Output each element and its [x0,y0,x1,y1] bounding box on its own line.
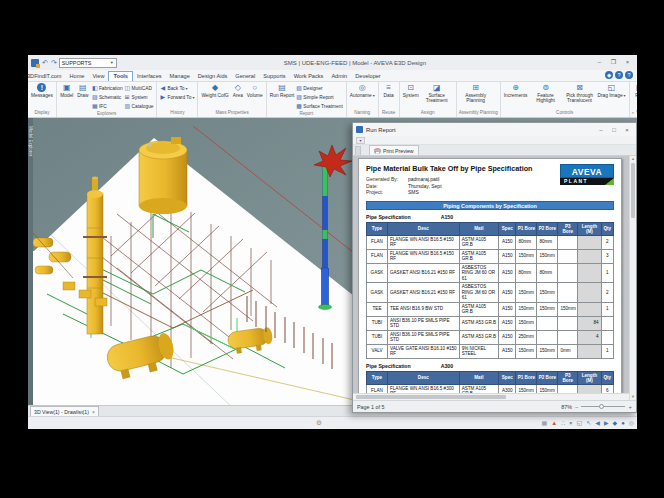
ribbon-group-label: Mass Properties [200,109,263,117]
window-control-1[interactable]: ❐ [607,57,620,68]
close-icon[interactable]: × [92,409,95,415]
vertical-scrollbar[interactable]: ▲ ▼ [629,156,636,400]
zoom-slider[interactable] [581,406,625,407]
print-preview-area: Pipe Material Bulk Take Off by Pipe Spec… [353,156,636,400]
view-tab-3d[interactable]: 3D View(1) - Drawlist(1) × [30,406,99,416]
ribbon-button-fabrication[interactable]: ◧Fabrication [92,84,123,92]
ribbon-button-forward-to[interactable]: ▶Forward To▾ [160,93,194,101]
ribbon-button-draw[interactable]: ▤Draw [75,83,91,98]
ribbon-tab-design-aids[interactable]: Design Aids [194,72,232,81]
ribbon-button-designer[interactable]: ▧Designer [296,84,342,92]
run-icon: ▶ [636,83,637,92]
statusbar-icon-7[interactable]: ▶ [604,420,609,427]
ribbon-button-multicad[interactable]: ◫MultiCAD [125,84,154,92]
ribbon-tab-interfaces[interactable]: Interfaces [133,72,166,81]
statusbar-icon-1[interactable]: ▲ [551,420,557,427]
ribbon-tab-work-packs[interactable]: Work Packs [290,72,328,81]
statusbar-icon-3[interactable]: × [569,420,573,427]
ribbon-tab-supports[interactable]: Supports [259,72,289,81]
ribbon-button-volume[interactable]: ○Volume [246,83,264,98]
dialog-control-1[interactable]: □ [608,125,620,135]
statusbar-icon-2[interactable]: ∴ [561,420,565,427]
ribbon-button-feature-highlight[interactable]: ⊚Feature Highlight [528,83,562,104]
help-icon-0[interactable]: ◆ [605,71,613,79]
ribbon-tab-developer[interactable]: Developer [351,72,385,81]
statusbar-icon-0[interactable]: ▦ [542,420,548,427]
ribbon-button-system[interactable]: ⊞System [125,93,154,101]
scroll-down-icon[interactable]: ▼ [630,394,636,400]
increments-icon: ⊕ [512,83,519,92]
statusbar-icon-8[interactable]: ◆ [613,420,618,427]
help-icon-2[interactable]: ? [625,71,633,79]
gear-icon[interactable]: ⚙ [316,419,322,427]
ribbon-button-pick-through-translucent[interactable]: ⊠Pick through Translucent [562,83,596,104]
column-header: P1 Bore [516,222,537,235]
table-cell: FLANGE WN ANSI B16.5 #150 RF [387,249,459,263]
ribbon-button-schematic[interactable]: ▨Schematic [92,93,123,101]
ribbon-button-assembly-planning[interactable]: ⊞Assembly Planning [459,83,493,104]
dialog-control-0[interactable]: – [595,125,607,135]
ribbon-button-drag-image[interactable]: ◱Drag Image▾ [596,83,626,98]
toolbar-dropdown-icon[interactable]: ▾ [356,137,365,144]
ribbon-collapse-icon[interactable]: ⌃ [631,111,635,117]
window-control-0[interactable]: – [593,57,606,68]
vertical-scroll-thumb[interactable] [631,163,635,218]
dialog-title-bar[interactable]: Run Report –□× [353,123,636,136]
tab-strip-button[interactable] [355,146,361,155]
report-meta: Generated By:padmaraj.patilDate:Thursday… [366,176,532,196]
ribbon-tab-manage[interactable]: Manage [166,72,194,81]
table-header-row: TypeDescMatlSpecP1 BoreP2 BoreP3 BoreLen… [367,371,614,384]
table-cell: 150mm [516,344,537,358]
ribbon-tab-3dfindit-com[interactable]: 3DFindIT.com [28,72,66,81]
scroll-up-icon[interactable]: ▲ [630,156,636,162]
statusbar-icon-4[interactable]: ◱ [577,420,583,427]
statusbar-icon-9[interactable]: ● [621,420,625,427]
ribbon-button-catalogue[interactable]: ▥Catalogue [125,102,154,110]
ribbon-tab-admin[interactable]: Admin [327,72,351,81]
ifc-icon: ▦ [92,103,98,109]
horizontal-scrollbar[interactable] [353,393,629,400]
statusbar-icon-6[interactable]: ◀ [595,420,600,427]
dialog-control-2[interactable]: × [621,125,633,135]
ribbon-button-weight-cofg[interactable]: ◆Weight CofG [200,83,229,98]
ribbon-button-simple-report[interactable]: ▨Simple Report [296,93,342,101]
help-buttons: ◆?? [605,71,633,79]
ribbon-button-run[interactable]: ▶Run [632,83,637,98]
model-explorer-tab[interactable]: Model Explorer [28,118,33,405]
ribbon-tab-view[interactable]: View [88,72,108,81]
ribbon-button-back-to[interactable]: ◀Back To▾ [160,84,194,92]
ribbon-button-area[interactable]: ◇Area [230,83,246,98]
tab-print-preview[interactable]: Print Preview [369,145,419,155]
horizontal-scroll-thumb[interactable] [356,395,506,399]
zoom-in-icon[interactable]: + [628,404,632,410]
table-cell: 84 [578,316,601,330]
table-cell: ANSI B36.10 PE SMLS PIPE STD [387,330,459,344]
ribbon-tab-home[interactable]: Home [66,72,89,81]
ribbon-button-surface-treatment[interactable]: ◪Surface Treatment [420,83,454,104]
table-cell [578,235,601,249]
table-cell: 1 [601,344,613,358]
window-control-2[interactable]: × [621,57,634,68]
ribbon-button-autoname[interactable]: ◎Autoname▾ [349,83,376,98]
ribbon-button-increments[interactable]: ⊕Increments [503,83,529,98]
ribbon-tab-general[interactable]: General [231,72,259,81]
help-icon-1[interactable]: ? [615,71,623,79]
zoom-out-icon[interactable]: − [575,404,579,410]
supports-combobox[interactable]: SUPPORTS ▼ [59,58,117,68]
ribbon-button-system[interactable]: ⊡System [402,83,420,98]
ribbon-button-run-report[interactable]: ▤Run Report [269,83,296,98]
table-cell: ASBESTOS RING JM 60 OR 61 [459,283,499,303]
ribbon-button-messages[interactable]: !Messages [30,83,54,98]
undo-icon[interactable]: ↶ [42,59,48,67]
ribbon-button-data[interactable]: ≡Data [381,83,397,98]
redo-icon[interactable]: ↷ [51,59,57,67]
ribbon-tab-tools[interactable]: Tools [108,71,133,81]
ribbon-button-surface-treatment[interactable]: ▩Surface Treatment [296,102,342,110]
pick-through-translucent-icon: ⊠ [576,83,583,92]
ribbon-button-model[interactable]: ▣Model [59,83,75,98]
back-to-icon: ◀ [160,85,166,91]
statusbar-icon-5[interactable]: ↖ [586,420,591,427]
zoom-slider-thumb[interactable] [599,404,604,409]
statusbar-icon-10[interactable]: ◎ [629,420,634,427]
ribbon-button-ifc[interactable]: ▦IFC [92,102,123,110]
